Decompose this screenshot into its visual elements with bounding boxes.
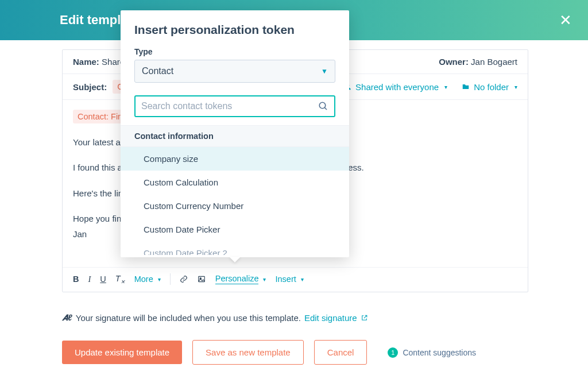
clear-format-button[interactable]: T✕ <box>115 274 125 285</box>
link-icon[interactable] <box>180 275 188 284</box>
shared-with-dropdown[interactable]: Shared with everyone ▾ <box>344 82 447 92</box>
signature-icon: 𝘼ℓ <box>62 312 72 323</box>
folder-dropdown[interactable]: No folder ▾ <box>461 82 517 92</box>
footer-actions: Update existing template Save as new tem… <box>62 340 476 365</box>
insert-dropdown[interactable]: Insert▾ <box>275 275 303 284</box>
edit-signature-link[interactable]: Edit signature <box>304 313 368 323</box>
owner-label: Owner: <box>439 57 469 67</box>
signature-note: 𝘼ℓ Your signature will be included when … <box>62 312 368 323</box>
image-icon[interactable] <box>197 275 206 283</box>
search-icon <box>318 101 328 111</box>
content-suggestions[interactable]: 1 Content suggestions <box>388 347 476 358</box>
token-option[interactable]: Custom Calculation <box>121 171 349 194</box>
token-section-header: Contact information <box>121 125 349 147</box>
external-link-icon <box>361 314 368 322</box>
search-input[interactable] <box>141 101 318 111</box>
chevron-down-icon: ▾ <box>514 84 517 90</box>
italic-button[interactable]: I <box>88 275 91 284</box>
token-option[interactable]: Custom Currency Number <box>121 194 349 218</box>
folder-icon <box>461 83 470 91</box>
personalize-dropdown[interactable]: Personalize▾ <box>215 274 266 284</box>
token-option[interactable]: Custom Date Picker 2 <box>121 241 349 255</box>
save-as-new-button[interactable]: Save as new template <box>192 340 304 365</box>
token-option[interactable]: Company size <box>121 147 349 171</box>
chevron-down-icon: ▼ <box>321 67 328 75</box>
chevron-down-icon: ▾ <box>444 84 447 90</box>
editor-toolbar: B I U T✕ More▾ Personalize▾ Insert▾ <box>63 267 528 292</box>
update-template-button[interactable]: Update existing template <box>62 341 182 364</box>
underline-button[interactable]: U <box>100 275 106 284</box>
popover-title: Insert personalization token <box>134 23 335 37</box>
popover-caret-icon <box>229 257 241 262</box>
more-dropdown[interactable]: More▾ <box>134 275 161 284</box>
toolbar-separator <box>170 273 171 285</box>
suggestion-count-badge: 1 <box>388 347 398 358</box>
bold-button[interactable]: B <box>73 275 79 284</box>
type-label: Type <box>134 47 335 56</box>
owner-value: Jan Bogaert <box>471 57 517 67</box>
name-label: Name: <box>73 57 99 67</box>
svg-line-4 <box>324 107 327 110</box>
personalization-token-popover: Insert personalization token Type Contac… <box>121 10 349 257</box>
cancel-button[interactable]: Cancel <box>314 340 368 365</box>
svg-point-3 <box>319 102 326 109</box>
close-icon[interactable]: ✕ <box>559 11 572 29</box>
token-search[interactable] <box>134 95 335 117</box>
modal-title: Edit templa <box>60 13 128 28</box>
svg-rect-1 <box>198 277 204 282</box>
type-select[interactable]: Contact ▼ <box>134 60 335 83</box>
token-option[interactable]: Custom Date Picker <box>121 218 349 241</box>
subject-label: Subject: <box>73 82 107 92</box>
